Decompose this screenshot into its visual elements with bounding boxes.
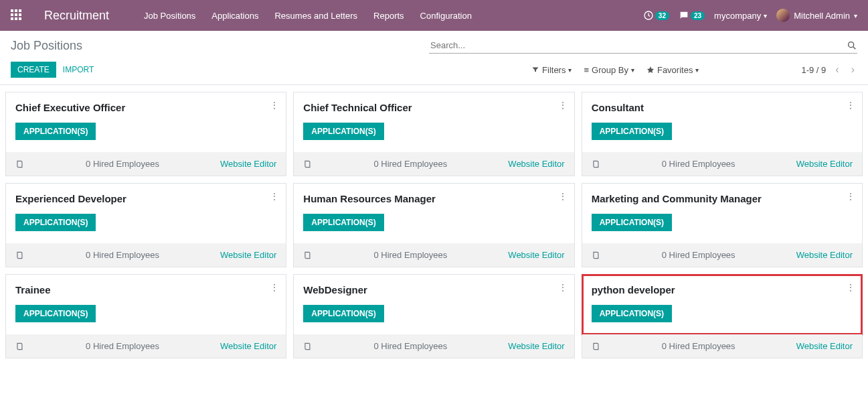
search-icon[interactable] <box>847 40 857 51</box>
book-icon[interactable] <box>15 251 25 260</box>
company-name: mycompany <box>714 11 761 21</box>
card-footer: 0 Hired EmployeesWebsite Editor <box>6 152 286 176</box>
card-footer: 0 Hired EmployeesWebsite Editor <box>6 334 286 358</box>
kebab-icon[interactable]: ⋮ <box>270 101 279 110</box>
company-switcher[interactable]: mycompany ▾ <box>714 11 767 21</box>
job-card[interactable]: python developer⋮APPLICATION(S)0 Hired E… <box>582 274 863 358</box>
breadcrumb: Job Positions <box>11 39 82 53</box>
kebab-icon[interactable]: ⋮ <box>846 101 855 110</box>
nav-applications[interactable]: Applications <box>203 11 266 21</box>
book-icon[interactable] <box>303 342 313 351</box>
hired-count: 0 Hired Employees <box>25 341 220 351</box>
nav-resumes[interactable]: Resumes and Letters <box>266 11 365 21</box>
apps-icon[interactable] <box>11 9 23 21</box>
user-name: Mitchell Admin <box>794 11 850 21</box>
card-body: Marketing and Community Manager⋮APPLICAT… <box>582 184 862 243</box>
activity-count: 32 <box>655 11 669 20</box>
app-brand[interactable]: Recruitment <box>44 9 109 23</box>
hired-count: 0 Hired Employees <box>313 341 508 351</box>
applications-button[interactable]: APPLICATION(S) <box>15 123 96 140</box>
card-footer: 0 Hired EmployeesWebsite Editor <box>6 243 286 267</box>
website-editor-link[interactable]: Website Editor <box>220 159 276 169</box>
book-icon[interactable] <box>303 251 313 260</box>
pager-prev[interactable]: ‹ <box>833 64 841 76</box>
messaging-button[interactable]: 23 <box>679 10 705 21</box>
hired-count: 0 Hired Employees <box>601 341 796 351</box>
card-footer: 0 Hired EmployeesWebsite Editor <box>294 243 574 267</box>
chevron-down-icon: ▾ <box>764 12 767 19</box>
card-title: Chief Technical Officer <box>303 102 564 113</box>
chat-icon <box>679 10 689 21</box>
applications-button[interactable]: APPLICATION(S) <box>592 123 672 140</box>
job-card[interactable]: WebDesigner⋮APPLICATION(S)0 Hired Employ… <box>293 274 574 358</box>
favorites-dropdown[interactable]: Favorites ▾ <box>646 65 699 75</box>
list-icon: ≡ <box>584 65 589 75</box>
card-title: WebDesigner <box>303 284 564 295</box>
applications-button[interactable]: APPLICATION(S) <box>15 214 96 231</box>
card-title: Human Resources Manager <box>303 193 564 204</box>
kanban-view: Chief Executive Officer⋮APPLICATION(S)0 … <box>0 85 868 365</box>
card-body: Chief Technical Officer⋮APPLICATION(S) <box>294 92 574 152</box>
card-title: Trainee <box>15 284 276 295</box>
website-editor-link[interactable]: Website Editor <box>796 341 853 351</box>
search-input[interactable] <box>429 38 857 53</box>
user-menu[interactable]: Mitchell Admin ▾ <box>776 9 857 22</box>
book-icon[interactable] <box>592 159 601 169</box>
nav-configuration[interactable]: Configuration <box>412 11 480 21</box>
job-card[interactable]: Consultant⋮APPLICATION(S)0 Hired Employe… <box>582 92 863 176</box>
activity-button[interactable]: 32 <box>643 10 669 21</box>
kebab-icon[interactable]: ⋮ <box>270 283 279 292</box>
nav-job-positions[interactable]: Job Positions <box>136 11 203 21</box>
groupby-dropdown[interactable]: ≡ Group By ▾ <box>584 65 634 75</box>
book-icon[interactable] <box>303 159 313 169</box>
card-footer: 0 Hired EmployeesWebsite Editor <box>294 334 574 358</box>
filters-dropdown[interactable]: Filters ▾ <box>531 65 572 75</box>
message-count: 23 <box>691 11 705 20</box>
applications-button[interactable]: APPLICATION(S) <box>303 305 383 322</box>
card-title: Consultant <box>592 102 853 113</box>
kebab-icon[interactable]: ⋮ <box>558 192 568 201</box>
applications-button[interactable]: APPLICATION(S) <box>303 123 383 140</box>
website-editor-link[interactable]: Website Editor <box>220 341 276 351</box>
book-icon[interactable] <box>15 342 25 351</box>
hired-count: 0 Hired Employees <box>313 159 508 169</box>
job-card[interactable]: Chief Executive Officer⋮APPLICATION(S)0 … <box>5 92 286 176</box>
website-editor-link[interactable]: Website Editor <box>220 250 276 260</box>
top-navbar: Recruitment Job Positions Applications R… <box>0 0 868 31</box>
job-card[interactable]: Experienced Developer⋮APPLICATION(S)0 Hi… <box>5 183 286 267</box>
chevron-down-icon: ▾ <box>568 66 572 74</box>
website-editor-link[interactable]: Website Editor <box>508 341 564 351</box>
nav-reports[interactable]: Reports <box>365 11 412 21</box>
card-footer: 0 Hired EmployeesWebsite Editor <box>294 152 574 176</box>
job-card[interactable]: Human Resources Manager⋮APPLICATION(S)0 … <box>293 183 574 267</box>
website-editor-link[interactable]: Website Editor <box>796 250 853 260</box>
kebab-icon[interactable]: ⋮ <box>270 192 279 201</box>
website-editor-link[interactable]: Website Editor <box>796 159 853 169</box>
book-icon[interactable] <box>592 251 601 260</box>
kebab-icon[interactable]: ⋮ <box>846 192 855 201</box>
card-footer: 0 Hired EmployeesWebsite Editor <box>582 334 862 358</box>
card-body: Trainee⋮APPLICATION(S) <box>6 275 286 334</box>
book-icon[interactable] <box>592 342 601 351</box>
create-button[interactable]: Create <box>11 62 56 78</box>
applications-button[interactable]: APPLICATION(S) <box>15 305 96 322</box>
search-bar[interactable] <box>429 38 857 54</box>
applications-button[interactable]: APPLICATION(S) <box>592 214 672 231</box>
job-card[interactable]: Marketing and Community Manager⋮APPLICAT… <box>582 183 863 267</box>
card-title: Chief Executive Officer <box>15 102 276 113</box>
card-body: Human Resources Manager⋮APPLICATION(S) <box>294 184 574 243</box>
import-button[interactable]: Import <box>56 62 100 78</box>
pager-next[interactable]: › <box>849 64 857 76</box>
pager-range[interactable]: 1-9 / 9 <box>801 65 826 75</box>
kebab-icon[interactable]: ⋮ <box>558 283 568 292</box>
job-card[interactable]: Trainee⋮APPLICATION(S)0 Hired EmployeesW… <box>5 274 286 358</box>
website-editor-link[interactable]: Website Editor <box>508 159 564 169</box>
kebab-icon[interactable]: ⋮ <box>558 101 568 110</box>
applications-button[interactable]: APPLICATION(S) <box>592 305 672 322</box>
applications-button[interactable]: APPLICATION(S) <box>303 214 383 231</box>
card-footer: 0 Hired EmployeesWebsite Editor <box>582 243 862 267</box>
job-card[interactable]: Chief Technical Officer⋮APPLICATION(S)0 … <box>293 92 574 176</box>
website-editor-link[interactable]: Website Editor <box>508 250 564 260</box>
book-icon[interactable] <box>15 159 25 169</box>
kebab-icon[interactable]: ⋮ <box>846 283 855 292</box>
